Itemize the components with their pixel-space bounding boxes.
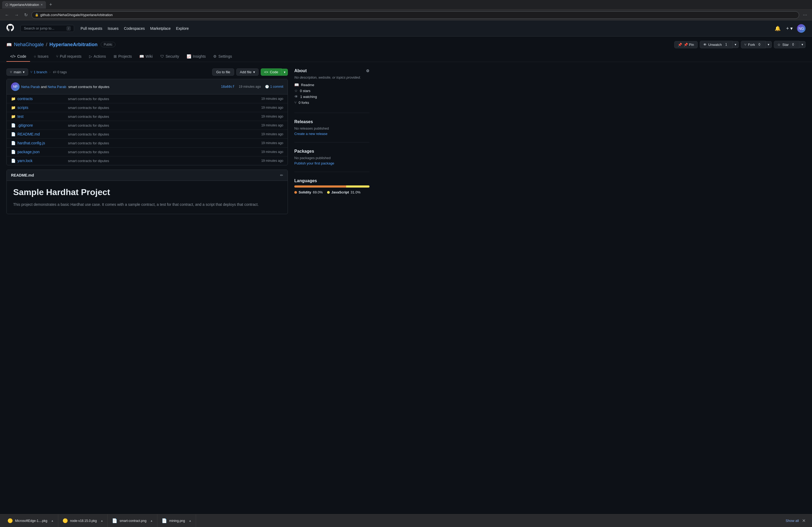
close-download-button[interactable]: ✕	[802, 518, 806, 523]
lang-item-solidity[interactable]: Solidity 69.0%	[294, 190, 323, 194]
tag-icon: 🏷	[53, 70, 56, 74]
repo-header: 📖 NehaGhogale / HyperlaneArbitration Pub…	[0, 36, 812, 62]
file-name-link[interactable]: contracts	[17, 96, 66, 101]
star-button[interactable]: ☆ Star 0	[774, 41, 799, 48]
unwatch-button[interactable]: 👁 Unwatch 1	[700, 41, 733, 48]
create-release-link[interactable]: Create a new release	[294, 132, 328, 136]
sidebar-stat-item[interactable]: 👁 1 watching	[294, 94, 369, 99]
lock-icon: 🔒	[35, 13, 39, 17]
refresh-button[interactable]: ↻	[23, 11, 29, 18]
unwatch-chevron[interactable]: ▾	[733, 41, 739, 48]
settings-icon: ⚙	[213, 54, 217, 59]
user-avatar[interactable]: NG	[797, 24, 806, 33]
search-box[interactable]: Search or jump to... /	[20, 25, 74, 32]
nav-explore[interactable]: Explore	[176, 26, 189, 31]
star-chevron[interactable]: ▾	[799, 41, 806, 48]
commit-author1-link[interactable]: Neha Parab	[21, 85, 40, 89]
code-dropdown: <> Code ▾	[261, 69, 288, 76]
download-item[interactable]: 🟡 MicrosoftEdge-1....pkg ▲	[3, 514, 58, 527]
commit-author2-link[interactable]: Neha Parab	[47, 85, 66, 89]
file-name-link[interactable]: yarn.lock	[17, 159, 66, 163]
download-chevron-icon[interactable]: ▲	[189, 519, 191, 522]
file-commit-msg: smart contracts for diputes	[68, 159, 251, 163]
sidebar-stat-label: 0 forks	[299, 101, 309, 105]
nav-issues[interactable]: Issues	[108, 26, 118, 31]
show-all-link[interactable]: Show all	[786, 519, 799, 523]
tab-actions[interactable]: ▷ Actions	[85, 51, 110, 62]
sidebar-stat-item[interactable]: 📖 Readme	[294, 82, 369, 87]
back-button[interactable]: ←	[3, 12, 11, 18]
publish-package-link[interactable]: Publish your first package	[294, 161, 334, 165]
goto-file-button[interactable]: Go to file	[212, 69, 234, 76]
tab-wiki[interactable]: 📖 Wiki	[135, 51, 156, 62]
repo-owner-link[interactable]: NehaGhogale	[14, 42, 44, 47]
branch-count-link[interactable]: ⑂ 1 branch	[30, 70, 47, 74]
tab-settings[interactable]: ⚙ Settings	[209, 51, 236, 62]
about-gear-icon[interactable]: ⚙	[366, 69, 369, 73]
browser-tab-bar: ⬡ HyperlaneArbitration ✕ +	[0, 0, 812, 10]
unwatch-count: 1	[723, 42, 729, 47]
new-tab-icon[interactable]: +	[47, 2, 54, 7]
forward-button[interactable]: →	[13, 12, 20, 18]
branch-selector[interactable]: ⑂ main ▾	[6, 69, 28, 76]
tab-code[interactable]: </> Code	[6, 51, 30, 62]
add-file-button[interactable]: Add file ▾	[236, 69, 258, 76]
tab-projects[interactable]: ⊞ Projects	[110, 51, 136, 62]
fork-chevron[interactable]: ▾	[766, 41, 772, 48]
active-tab[interactable]: ⬡ HyperlaneArbitration ✕	[2, 1, 46, 9]
download-chevron-icon[interactable]: ▲	[150, 519, 153, 522]
lang-item-javascript[interactable]: JavaScript 31.0%	[327, 190, 361, 194]
readme-content: Sample Hardhat Project This project demo…	[7, 181, 288, 214]
code-button[interactable]: <> Code	[261, 69, 282, 76]
commits-history-link[interactable]: 🕐 1 commit	[265, 85, 283, 89]
download-chevron-icon[interactable]: ▲	[51, 519, 54, 522]
nav-marketplace[interactable]: Marketplace	[150, 26, 171, 31]
table-row: 📁 test smart contracts for diputes 19 mi…	[7, 112, 288, 121]
commit-time: 19 minutes ago	[239, 85, 261, 89]
repo-separator: /	[46, 42, 47, 47]
file-name-link[interactable]: .gitignore	[17, 123, 66, 127]
repo-name-link[interactable]: HyperlaneArbitration	[49, 42, 98, 47]
sidebar-stat-item[interactable]: ☆ 0 stars	[294, 89, 369, 93]
sidebar-stat-item[interactable]: ⑂ 0 forks	[294, 100, 369, 105]
tab-issues[interactable]: ○ Issues	[30, 51, 52, 62]
table-row: 📁 contracts smart contracts for diputes …	[7, 94, 288, 103]
fork-button[interactable]: ⑂ Fork 0	[741, 41, 766, 48]
pin-button[interactable]: 📌 📌 Pin	[674, 41, 697, 48]
branch-icon: ⑂	[10, 70, 12, 74]
file-name-link[interactable]: hardhat.config.js	[17, 141, 66, 145]
tab-security[interactable]: 🛡 Security	[157, 51, 183, 62]
create-new-button[interactable]: + ▾	[785, 25, 794, 32]
nav-pull-requests[interactable]: Pull requests	[81, 26, 102, 31]
download-file-icon: 📄	[162, 518, 167, 523]
file-name-link[interactable]: scripts	[17, 105, 66, 110]
file-name-link[interactable]: test	[17, 114, 66, 119]
security-icon: 🛡	[160, 54, 164, 59]
download-item[interactable]: 🟡 node-v18.15.0.pkg ▲	[58, 514, 108, 527]
download-item[interactable]: 📄 smart-contract.png ▲	[108, 514, 157, 527]
commit-hash[interactable]: 18a60cf	[221, 85, 235, 89]
extensions-icon[interactable]: ⋯	[801, 11, 809, 18]
file-name-link[interactable]: README.md	[17, 132, 66, 136]
download-item[interactable]: 📄 mining.png ▲	[157, 514, 196, 527]
file-time: 19 minutes ago	[254, 106, 283, 109]
tab-insights[interactable]: 📈 Insights	[183, 51, 209, 62]
file-icon: 📄	[11, 132, 15, 136]
github-logo[interactable]	[6, 24, 14, 33]
file-name-link[interactable]: package.json	[17, 150, 66, 154]
tab-pull-requests[interactable]: ⑂ Pull requests	[52, 51, 85, 62]
about-section: About ⚙ No description, website, or topi…	[294, 69, 369, 113]
download-chevron-icon[interactable]: ▲	[100, 519, 103, 522]
tab-insights-label: Insights	[193, 54, 206, 59]
packages-title-text: Packages	[294, 149, 314, 154]
lang-percent: 31.0%	[351, 190, 361, 194]
repo-book-icon: 📖	[6, 42, 12, 47]
code-chevron-button[interactable]: ▾	[282, 69, 288, 76]
download-filename: smart-contract.png	[119, 519, 146, 523]
nav-codespaces[interactable]: Codespaces	[124, 26, 145, 31]
notifications-button[interactable]: 🔔	[773, 25, 782, 32]
close-tab-icon[interactable]: ✕	[41, 3, 43, 6]
address-bar[interactable]: 🔒 github.com/NehaGhogale/HyperlaneArbitr…	[31, 11, 799, 19]
unwatch-action: 👁 Unwatch 1 ▾	[700, 41, 739, 48]
readme-edit-button[interactable]: ✏	[280, 173, 283, 177]
